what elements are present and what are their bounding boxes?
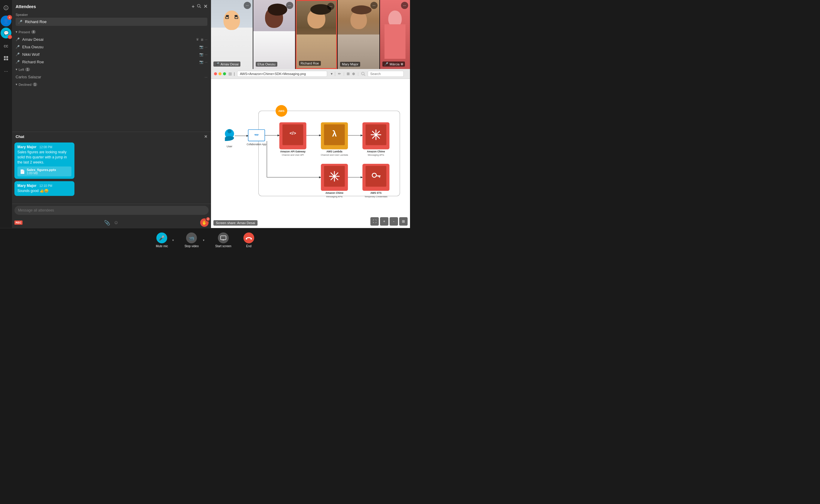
more-icon-arnav[interactable]: ··· — [205, 38, 207, 41]
svg-rect-5 — [6, 59, 8, 60]
raise-hand-badge: 2 — [206, 217, 210, 221]
end-label: End — [246, 245, 251, 248]
raise-hand-btn[interactable]: ✋ 2 — [200, 218, 209, 227]
more-icon-efua[interactable]: ··· — [205, 45, 207, 49]
tile-label-mary: Mary Major — [340, 62, 360, 67]
more-icon-nikki[interactable]: ··· — [205, 53, 207, 56]
video-tile-richard: Richard Roe ··· — [296, 0, 337, 69]
end-btn[interactable]: End — [241, 231, 257, 249]
aws-architecture-diagram: AWS User app Collaboration App — [217, 85, 404, 222]
tile-name-mary: Mary Major — [342, 62, 358, 66]
panel-header: Attendees + ✕ — [12, 0, 211, 12]
close-panel-icon[interactable]: ✕ — [203, 4, 207, 9]
zoom-out-btn[interactable]: - — [389, 217, 398, 226]
collab-app-label: Collaboration App — [247, 143, 266, 146]
browser-toolbar-right: ✏ | ⊞ ⊕ | — [338, 71, 403, 77]
tile-options-efua[interactable]: ··· — [286, 2, 293, 9]
mic-icon-richard: 🎤 — [16, 60, 20, 64]
mute-mic-chevron[interactable]: ▾ — [171, 238, 175, 242]
mic-icon-efua: 🎤 — [16, 45, 20, 49]
browser-split-icon[interactable]: | — [234, 72, 235, 76]
external-link-btn[interactable]: ⊞ — [399, 217, 407, 226]
chime-bottom-label: Amazon Chime — [325, 191, 343, 194]
tile-label-efua: Efua Owusu — [256, 62, 277, 67]
browser-maximize-btn[interactable] — [223, 72, 226, 75]
stop-video-btn[interactable]: 📹 Stop video — [182, 231, 201, 249]
declined-section-header[interactable]: ▾ Declined 1 — [12, 81, 211, 88]
browser-search-input[interactable] — [368, 71, 404, 77]
attendee-efua[interactable]: 🎤 Efua Owusu 📷 ··· — [12, 43, 211, 51]
present-count-badge: 4 — [31, 30, 36, 34]
chat-title: Chat — [16, 134, 24, 139]
edit-icon[interactable]: ✏ — [338, 72, 341, 76]
tile-expand-icon-marcia[interactable]: ⊠ — [401, 62, 403, 66]
browser-filename: AWS+Amazon+Chime+SDK+Messaging.png — [240, 72, 306, 76]
msg2-sender: Mary Major — [17, 184, 36, 188]
share-icon[interactable]: ⊕ — [352, 72, 355, 76]
more-icon-btn[interactable]: ··· — [1, 66, 11, 77]
monitor-icon-arnav: 🖥 — [200, 38, 203, 41]
tile-options-arnav[interactable]: ··· — [244, 2, 251, 9]
svg-rect-46 — [221, 236, 226, 240]
svg-point-13 — [227, 129, 232, 133]
copy-icon[interactable]: ⊞ — [347, 72, 350, 76]
browser-close-btn[interactable] — [214, 72, 217, 75]
chat-icon-btn[interactable]: 💬 ! — [1, 28, 11, 38]
stop-video-group: 📹 Stop video ▾ — [182, 231, 206, 249]
msg2-time: 12:10 PM — [39, 184, 52, 187]
msg2-text: Sounds good 👍😄 — [17, 188, 71, 193]
attendee-arnav[interactable]: 🎤 Arnav Desai ♛ 🖥 ··· — [12, 36, 211, 43]
chime-bottom-icon — [329, 171, 340, 181]
browser-address-bar[interactable]: AWS+Amazon+Chime+SDK+Messaging.png — [237, 71, 327, 77]
video-tile-arnav: 🎤 Arnav Desai ··· — [211, 0, 253, 69]
tile-options-mary[interactable]: ··· — [370, 2, 377, 9]
more-icon-richard[interactable]: ··· — [205, 60, 207, 64]
chevron-declined-icon: ▾ — [16, 83, 17, 86]
file-icon: 📄 — [20, 169, 25, 174]
speaker-item[interactable]: 🎤 Richard Roe — [16, 18, 207, 26]
grid-icon-btn[interactable] — [1, 53, 11, 64]
bottom-toolbar: 🎤 Mute mic ▾ 📹 Stop video ▾ Start screen… — [0, 228, 410, 252]
browser-minimize-btn[interactable] — [218, 72, 221, 75]
browser-mockup: ⊞ | AWS+Amazon+Chime+SDK+Messaging.png ▾… — [211, 69, 410, 228]
more-icon-carlos[interactable]: ··· — [205, 75, 207, 79]
attendees-title: Attendees — [16, 4, 36, 9]
info-icon-btn[interactable]: i — [1, 2, 11, 13]
close-chat-icon[interactable]: ✕ — [204, 134, 207, 139]
tile-name-efua: Efua Owusu — [257, 62, 275, 66]
mute-mic-btn[interactable]: 🎤 Mute mic — [153, 231, 170, 249]
start-screen-btn[interactable]: Start screen — [213, 231, 234, 249]
zoom-in-btn[interactable]: + — [380, 217, 388, 226]
avatar-icon-btn[interactable]: 👤 4 — [1, 16, 11, 26]
svg-point-38 — [333, 175, 335, 177]
cc-icon-btn[interactable]: CC — [1, 41, 11, 52]
chime-top-icon — [371, 130, 381, 140]
search-attendee-icon[interactable] — [197, 4, 201, 9]
fullscreen-btn[interactable]: ⛶ — [370, 217, 379, 226]
attendee-actions-carlos: ··· — [205, 75, 207, 79]
emoji-icon[interactable]: ☺ — [114, 220, 119, 225]
mute-mic-icon: 🎤 — [156, 233, 167, 243]
chat-input[interactable] — [14, 206, 209, 215]
user-label: User — [227, 145, 232, 148]
file-attachment-1[interactable]: 📄 Sales_figures.pptx 3.89 MB — [17, 167, 71, 176]
attendee-carlos[interactable]: Carlos Salazar ··· — [12, 73, 211, 81]
stop-video-label: Stop video — [185, 245, 199, 248]
stop-video-chevron[interactable]: ▾ — [202, 238, 206, 242]
attendee-richard[interactable]: 🎤 Richard Roe 📷 ··· — [12, 58, 211, 66]
attendee-nikki[interactable]: 🎤 Nikki Wolf 📷 ··· — [12, 51, 211, 58]
nav-separator: | — [334, 71, 335, 77]
left-section-header[interactable]: ▾ Left 1 — [12, 66, 211, 73]
mic-icon-arnav: 🎤 — [16, 37, 20, 41]
add-attendee-icon[interactable]: + — [192, 4, 194, 9]
start-screen-icon — [218, 233, 229, 243]
present-section-header[interactable]: ▾ Present 4 — [12, 28, 211, 36]
chevron-down-nav[interactable]: ▾ — [331, 72, 332, 76]
attach-icon[interactable]: 📎 — [104, 220, 110, 226]
lambda-icon: λ — [332, 129, 336, 138]
separator: | — [343, 72, 344, 76]
tile-options-marcia[interactable]: ··· — [401, 2, 408, 9]
attendee-name-richard: Richard Roe — [22, 60, 197, 64]
browser-back-icon[interactable]: ⊞ — [228, 71, 232, 76]
svg-rect-2 — [4, 56, 6, 58]
